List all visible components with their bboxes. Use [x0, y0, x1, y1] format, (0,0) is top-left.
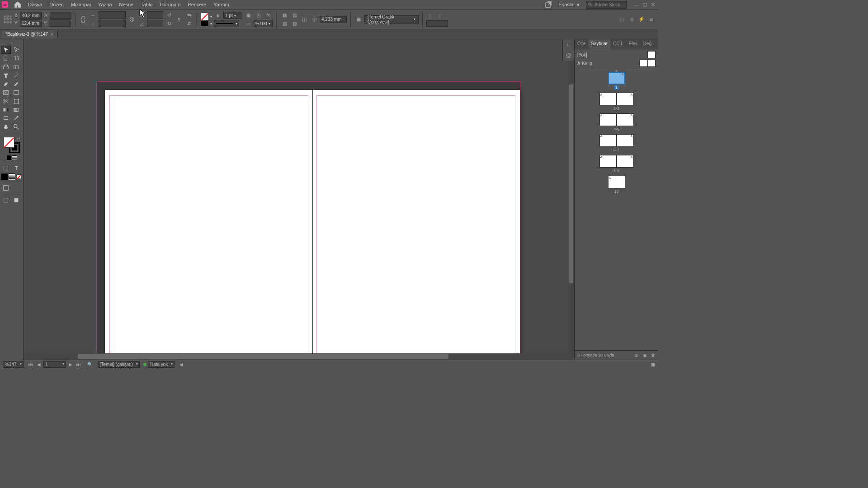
close-tab-icon[interactable]: × — [51, 32, 53, 37]
menu-nesne[interactable]: Nesne — [115, 0, 137, 9]
delete-page-icon[interactable]: 🗑 — [650, 352, 656, 358]
eyedropper-tool[interactable] — [11, 114, 21, 122]
align-left-icon[interactable]: ▯ — [426, 12, 434, 20]
restore-button[interactable]: ◱ — [641, 2, 648, 7]
first-page-button[interactable]: ⏮ — [27, 362, 34, 367]
stroke-style-select[interactable]: ▾ — [214, 20, 239, 27]
controlbar-menu-icon[interactable]: ≡ — [647, 15, 656, 23]
menu-tablo[interactable]: Tablo — [137, 0, 156, 9]
page-thumb-3[interactable]: A — [617, 93, 634, 105]
minimize-button[interactable]: — — [633, 2, 640, 7]
w-input[interactable] — [50, 12, 71, 19]
scale-x-input[interactable] — [99, 11, 126, 19]
flip-v-icon[interactable]: ⇵ — [185, 19, 193, 28]
wrap-around-icon[interactable]: ▦ — [280, 11, 288, 19]
quick-apply-icon[interactable]: ▦ — [354, 15, 363, 23]
corner-radius-input[interactable] — [320, 16, 347, 23]
stroke-weight-select[interactable]: 1 pt▾ — [223, 12, 242, 19]
pen-tool[interactable] — [1, 80, 11, 88]
fit-content-icon[interactable]: ▢ — [618, 15, 626, 23]
vertical-scrollbar[interactable] — [568, 39, 574, 353]
wrap-object-icon[interactable]: ▧ — [280, 19, 288, 28]
flip-para-icon[interactable]: ¶ — [175, 15, 183, 23]
chevron-down-icon[interactable]: ▾ — [210, 14, 212, 19]
wrap-jump-icon[interactable]: ▤ — [290, 11, 298, 19]
preflight-nav-button[interactable]: ◀ — [178, 362, 184, 367]
reference-point[interactable] — [3, 14, 13, 24]
document-tab[interactable]: *Başlıksız-3 @ %147 × — [2, 30, 58, 38]
corner-options-icon[interactable]: ◳ — [254, 11, 262, 19]
chevron-down-icon[interactable]: ▾ — [210, 22, 212, 26]
view-mode-icon[interactable] — [1, 184, 11, 192]
horizontal-scrollbar-thumb[interactable] — [78, 354, 448, 359]
gpu-icon[interactable]: ⚡ — [637, 15, 646, 23]
zoom-tool[interactable] — [11, 123, 21, 131]
horizontal-scrollbar[interactable] — [24, 353, 574, 360]
fill-swatch[interactable] — [201, 12, 209, 20]
master-a-thumb-right[interactable] — [647, 60, 656, 67]
toggle-structure-icon[interactable]: ▦ — [650, 362, 656, 367]
page-thumb-4[interactable]: A — [599, 113, 617, 126]
menu-dosya[interactable]: Dosya — [24, 0, 46, 9]
canvas-viewport[interactable] — [24, 39, 574, 353]
zoom-dropdown[interactable]: %147 — [3, 361, 24, 368]
auto-fit-icon[interactable]: ▣ — [244, 11, 252, 19]
preview-view-icon[interactable] — [11, 196, 21, 204]
gradient-feather-tool[interactable] — [11, 106, 21, 114]
page-dropdown[interactable]: 1 — [43, 361, 66, 368]
apply-color-icon[interactable] — [7, 155, 11, 160]
align-to-select[interactable] — [426, 20, 448, 27]
open-nav-icon[interactable]: 🔍 — [86, 361, 94, 369]
hand-tool[interactable] — [1, 123, 11, 131]
fill-proxy[interactable] — [4, 137, 14, 148]
menu-mizanpaj[interactable]: Mizanpaj — [67, 0, 94, 9]
panel-tab-swatches[interactable]: Değ — [641, 39, 654, 48]
panel-tab-pages[interactable]: Sayfalar — [588, 39, 610, 48]
stock-search[interactable]: Adobe Stock — [586, 1, 627, 9]
rectangle-tool[interactable] — [11, 89, 21, 97]
page-thumb-5[interactable]: A — [617, 113, 634, 126]
x-input[interactable] — [20, 12, 42, 19]
default-none-icon[interactable] — [16, 174, 22, 180]
menu-yazim[interactable]: Yazım — [94, 0, 115, 9]
vertical-scrollbar-thumb[interactable] — [569, 84, 573, 283]
stroke-swatch[interactable] — [201, 21, 209, 26]
menu-pencere[interactable]: Pencere — [184, 0, 210, 9]
text-wrap-none-icon[interactable]: ▭ — [244, 19, 252, 28]
new-page-icon[interactable]: ▣ — [642, 352, 647, 358]
format-container-icon[interactable] — [1, 164, 11, 172]
fit-frame-icon[interactable]: ▣ — [627, 15, 636, 23]
rotate-cw-icon[interactable]: ↻ — [165, 19, 173, 28]
swap-fill-stroke-icon[interactable]: ⇄ — [17, 136, 20, 141]
fill-stroke-proxy[interactable]: ⇄ — [4, 137, 20, 153]
opacity-select[interactable]: %100▾ — [254, 20, 273, 27]
note-tool[interactable] — [1, 114, 11, 122]
shear-input[interactable] — [147, 20, 163, 27]
free-transform-tool[interactable] — [11, 97, 21, 105]
spread[interactable] — [105, 90, 520, 353]
corner-link-icon[interactable]: ◫ — [300, 15, 308, 23]
pencil-tool[interactable] — [11, 80, 21, 88]
rotate-input[interactable] — [147, 11, 163, 19]
format-text-icon[interactable]: T — [11, 164, 21, 172]
publish-online-icon[interactable] — [545, 1, 552, 8]
page-thumb-9[interactable]: A — [617, 155, 634, 168]
last-page-button[interactable]: ⏭ — [75, 362, 82, 367]
page-thumb-2[interactable]: A — [599, 93, 617, 105]
page-thumb-1[interactable]: A — [608, 72, 625, 84]
menu-gorunum[interactable]: Görünüm — [156, 0, 184, 9]
prev-page-button[interactable]: ◀ — [36, 362, 42, 367]
default-grad-icon[interactable] — [9, 174, 15, 180]
preflight-profile-dropdown[interactable]: [Temel] (çalışan) — [98, 361, 140, 368]
gradient-swatch-tool[interactable] — [1, 106, 11, 114]
direct-selection-tool[interactable] — [11, 46, 21, 54]
next-page-button[interactable]: ▶ — [67, 362, 74, 367]
scissors-tool[interactable] — [1, 97, 11, 105]
constrain-icon[interactable] — [79, 15, 87, 23]
master-none-thumb[interactable] — [647, 51, 656, 58]
master-a-row[interactable]: A-Kalıp — [577, 60, 656, 67]
panel-menu-icon[interactable]: ≡ — [565, 41, 572, 48]
master-none-row[interactable]: [Yok] — [577, 51, 656, 58]
gap-tool[interactable] — [11, 54, 21, 62]
page-thumb-10[interactable]: A — [608, 176, 625, 188]
